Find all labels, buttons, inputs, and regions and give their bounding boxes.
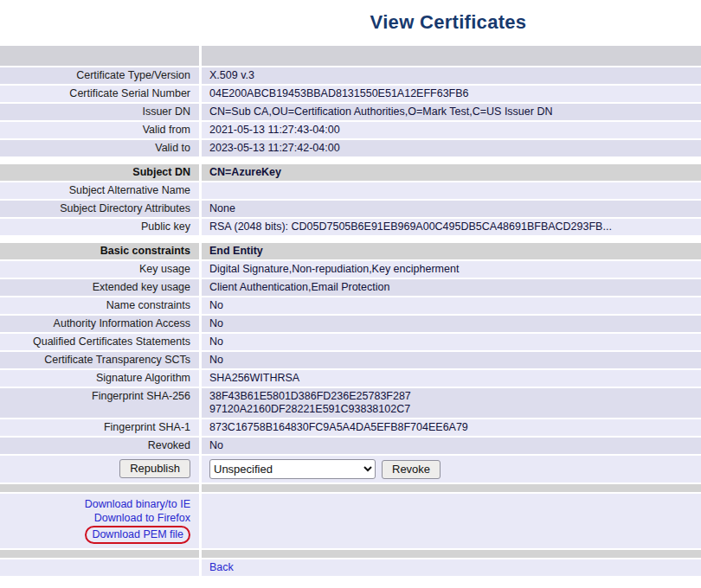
field-value: 38F43B61E5801D386FD236E25783F287 97120A2…	[202, 388, 701, 418]
row-basic-constraints-header: Basic constraints End Entity	[0, 243, 701, 259]
section-value: End Entity	[202, 243, 701, 259]
revoke-button[interactable]: Revoke	[382, 460, 441, 479]
row-extended-key-usage: Extended key usage Client Authentication…	[0, 279, 701, 296]
row-certificate-type-version: Certificate Type/Version X.509 v.3	[0, 67, 701, 84]
field-value: No	[202, 352, 701, 368]
download-pem-line: Download PEM file	[3, 525, 190, 544]
divider-right-cell	[202, 550, 701, 558]
view-certificates-page: View Certificates Certificate Type/Versi…	[0, 0, 701, 588]
sha256-line-2: 97120A2160DF28221E591C93838102C7	[209, 403, 693, 416]
field-label: Valid from	[0, 122, 199, 138]
field-value: 04E200ABCB19453BBAD8131550E51A12EFF63FB6	[202, 86, 701, 102]
divider-above-back	[0, 550, 701, 558]
field-label: Certificate Serial Number	[0, 86, 199, 102]
field-label: Name constraints	[0, 297, 199, 314]
field-label: Extended key usage	[0, 279, 199, 296]
row-certificate-transparency-scts: Certificate Transparency SCTs No	[0, 352, 701, 368]
download-firefox-link[interactable]: Download to Firefox	[94, 512, 190, 524]
field-value: Digital Signature,Non-repudiation,Key en…	[202, 261, 701, 278]
row-subject-dn-header: Subject DN CN=AzureKey	[0, 164, 701, 181]
section-value: CN=AzureKey	[202, 164, 701, 181]
top-band-left-cell	[0, 46, 199, 66]
download-binary-ie-link[interactable]: Download binary/to IE	[85, 498, 190, 510]
revoke-cell: Unspecified Revoke	[202, 456, 701, 483]
field-value: None	[202, 201, 701, 217]
divider-above-downloads	[0, 484, 701, 492]
section-label: Subject DN	[0, 164, 199, 181]
field-label: Key usage	[0, 261, 199, 278]
download-links-cell: Download binary/to IE Download to Firefo…	[0, 494, 199, 548]
row-back: Back	[0, 559, 701, 576]
section-label: Basic constraints	[0, 243, 199, 259]
field-label: Certificate Transparency SCTs	[0, 352, 199, 368]
field-label: Valid to	[0, 140, 199, 157]
row-authority-information-access: Authority Information Access No	[0, 316, 701, 332]
row-issuer-dn: Issuer DN CN=Sub CA,OU=Certification Aut…	[0, 104, 701, 120]
field-value: CN=Sub CA,OU=Certification Authorities,O…	[202, 104, 701, 120]
field-value	[202, 182, 701, 199]
row-certificate-serial-number: Certificate Serial Number 04E200ABCB1945…	[0, 86, 701, 102]
download-firefox-line: Download to Firefox	[3, 511, 190, 525]
divider-left-cell	[0, 484, 199, 492]
back-empty-cell	[0, 559, 199, 576]
row-actions: Republish Unspecified Revoke	[0, 456, 701, 483]
field-value: 2021-05-13 11:27:43-04:00	[202, 122, 701, 138]
download-pem-link[interactable]: Download PEM file	[85, 526, 190, 544]
download-links-empty-cell	[202, 494, 701, 548]
field-value: No	[202, 334, 701, 350]
field-label: Public key	[0, 219, 199, 235]
field-label: Subject Alternative Name	[0, 182, 199, 199]
download-binary-ie-line: Download binary/to IE	[3, 497, 190, 511]
top-band-right-cell	[202, 46, 701, 66]
row-subject-alternative-name: Subject Alternative Name	[0, 182, 701, 199]
field-label: Qualified Certificates Statements	[0, 334, 199, 350]
field-label: Authority Information Access	[0, 316, 199, 332]
field-value: X.509 v.3	[202, 67, 701, 84]
field-value: 873C16758B164830FC9A5A4DA5EFB8F704EE6A79	[202, 419, 701, 436]
row-valid-from: Valid from 2021-05-13 11:27:43-04:00	[0, 122, 701, 138]
field-label: Fingerprint SHA-1	[0, 419, 199, 436]
field-value: No	[202, 438, 701, 454]
sha256-line-1: 38F43B61E5801D386FD236E25783F287	[209, 390, 693, 403]
back-cell: Back	[202, 559, 701, 576]
field-value: RSA (2048 bits): CD05D7505B6E91EB969A00C…	[202, 219, 701, 235]
divider-left-cell	[0, 550, 199, 558]
row-download-links: Download binary/to IE Download to Firefo…	[0, 494, 701, 548]
row-public-key: Public key RSA (2048 bits): CD05D7505B6E…	[0, 219, 701, 235]
field-label: Fingerprint SHA-256	[0, 388, 199, 418]
field-label: Revoked	[0, 438, 199, 454]
row-subject-directory-attributes: Subject Directory Attributes None	[0, 201, 701, 217]
republish-cell: Republish	[0, 456, 199, 483]
back-link[interactable]: Back	[209, 561, 234, 573]
page-title: View Certificates	[0, 0, 701, 46]
divider-right-cell	[202, 484, 701, 492]
certificate-details-table: Certificate Type/Version X.509 v.3 Certi…	[0, 46, 701, 576]
field-value: 2023-05-13 11:27:42-04:00	[202, 140, 701, 157]
table-top-band	[0, 46, 701, 66]
row-qualified-certificates-statements: Qualified Certificates Statements No	[0, 334, 701, 350]
revocation-reason-select[interactable]: Unspecified	[209, 459, 376, 479]
row-fingerprint-sha1: Fingerprint SHA-1 873C16758B164830FC9A5A…	[0, 419, 701, 436]
field-value: SHA256WITHRSA	[202, 370, 701, 387]
row-fingerprint-sha256: Fingerprint SHA-256 38F43B61E5801D386FD2…	[0, 388, 701, 418]
row-key-usage: Key usage Digital Signature,Non-repudiat…	[0, 261, 701, 278]
field-value: No	[202, 316, 701, 332]
field-value: Client Authentication,Email Protection	[202, 279, 701, 296]
field-label: Issuer DN	[0, 104, 199, 120]
field-label: Subject Directory Attributes	[0, 201, 199, 217]
republish-button[interactable]: Republish	[119, 459, 190, 478]
row-valid-to: Valid to 2023-05-13 11:27:42-04:00	[0, 140, 701, 157]
row-revoked: Revoked No	[0, 438, 701, 454]
field-value: No	[202, 297, 701, 314]
field-label: Certificate Type/Version	[0, 67, 199, 84]
field-label: Signature Algorithm	[0, 370, 199, 387]
row-signature-algorithm: Signature Algorithm SHA256WITHRSA	[0, 370, 701, 387]
row-name-constraints: Name constraints No	[0, 297, 701, 314]
